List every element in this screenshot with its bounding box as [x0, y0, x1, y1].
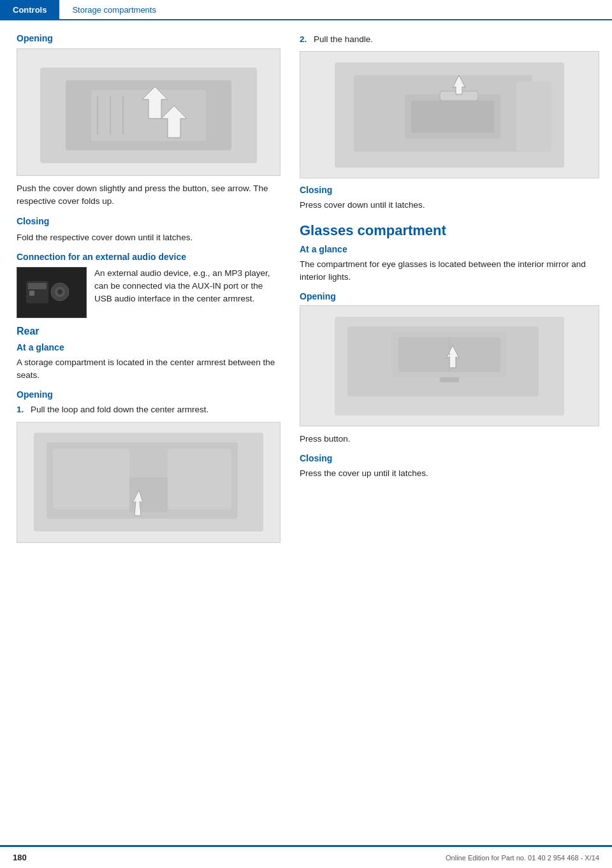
glasses-compartment-image — [300, 305, 599, 426]
closing1-body-text: Fold the respective cover down until it … — [17, 231, 280, 244]
pull-handle-image — [300, 51, 599, 178]
rear-heading: Rear — [17, 326, 280, 337]
right-column: 2. Pull the handle. Closing Press cover … — [293, 33, 612, 549]
closing3-heading: Closing — [300, 453, 599, 463]
svg-rect-17 — [168, 449, 231, 509]
connection-heading: Connection for an external audio device — [17, 252, 280, 262]
rear-opening-svg — [27, 426, 270, 538]
step1-text: Pull the loop and fold down the center a… — [31, 403, 208, 416]
connection-body-text: An external audio device, e.g., an MP3 p… — [94, 267, 280, 318]
opening2-heading: Opening — [17, 389, 280, 400]
header-controls-label: Controls — [13, 5, 47, 15]
audio-device-svg — [23, 271, 80, 313]
svg-point-13 — [57, 289, 62, 294]
glasses-svg — [328, 310, 571, 422]
audio-device-thumbnail — [17, 267, 87, 318]
at-a-glance1-body: A storage compartment is located in the … — [17, 356, 280, 382]
audio-device-row: An external audio device, e.g., an MP3 p… — [17, 267, 280, 318]
at-a-glance2-heading: At a glance — [300, 244, 599, 254]
left-column: Opening Push the cover down slightly and… — [0, 33, 293, 549]
opening-image-svg — [27, 55, 270, 170]
closing2-heading: Closing — [300, 185, 599, 195]
svg-rect-23 — [411, 101, 494, 133]
rear-opening-image — [17, 422, 280, 543]
press-button-text: Press button. — [300, 433, 599, 445]
pull-handle-svg — [328, 56, 571, 174]
header-tab-storage[interactable]: Storage compartments — [59, 0, 169, 19]
opening3-heading: Opening — [300, 291, 599, 301]
opening-body-text: Push the cover down slightly and press t… — [17, 182, 280, 208]
closing3-body: Press the cover up until it latches. — [300, 467, 599, 480]
svg-rect-31 — [440, 377, 459, 382]
closing1-heading: Closing — [17, 216, 280, 226]
header-storage-label: Storage compartments — [72, 5, 156, 15]
page-header: Controls Storage compartments — [0, 0, 612, 20]
svg-rect-26 — [516, 82, 551, 152]
step1-number: 1. — [17, 403, 31, 416]
step2-number: 2. — [300, 33, 314, 46]
edition-info: Online Edition for Part no. 01 40 2 954 … — [446, 854, 599, 862]
page-number: 180 — [13, 853, 27, 862]
at-a-glance1-heading: At a glance — [17, 342, 280, 352]
step2-row: 2. Pull the handle. — [300, 33, 599, 46]
svg-rect-10 — [29, 291, 34, 296]
svg-rect-9 — [28, 283, 47, 289]
opening-heading: Opening — [17, 33, 280, 43]
step2-text: Pull the handle. — [314, 33, 373, 46]
svg-rect-16 — [53, 449, 129, 509]
closing2-body: Press cover down until it latches. — [300, 199, 599, 212]
page-footer: 180 Online Edition for Part no. 01 40 2 … — [0, 845, 612, 868]
main-content: Opening Push the cover down slightly and… — [0, 20, 612, 549]
at-a-glance2-body: The compartment for eye glasses is locat… — [300, 258, 599, 284]
opening2-step1: 1. Pull the loop and fold down the cente… — [17, 403, 280, 416]
glasses-compartment-heading: Glasses compartment — [300, 222, 599, 239]
opening-image — [17, 48, 280, 176]
header-tab-controls[interactable]: Controls — [0, 0, 59, 19]
